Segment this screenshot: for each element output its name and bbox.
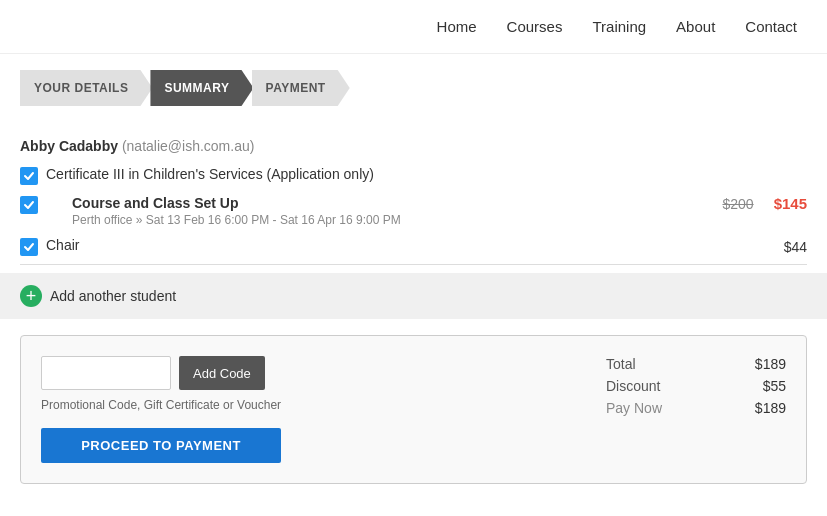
- add-student-label[interactable]: Add another student: [50, 288, 176, 304]
- course-setup-name: Course and Class Set Up: [72, 195, 401, 211]
- main-content: Abby Cadabby (natalie@ish.com.au) Certif…: [0, 122, 827, 500]
- discount-row: Discount $55: [606, 378, 786, 394]
- item-course-setup: Course and Class Set Up Perth office » S…: [20, 195, 807, 227]
- step-summary: SUMMARY: [150, 70, 253, 106]
- course-setup-prices: $200 $145: [722, 195, 807, 212]
- discount-label: Discount: [606, 378, 660, 394]
- proceed-to-payment-button[interactable]: PROCEED TO PAYMENT: [41, 428, 281, 463]
- promo-input[interactable]: [41, 356, 171, 390]
- totals-section: Total $189 Discount $55 Pay Now $189: [606, 356, 786, 422]
- chair-label: Chair: [46, 237, 79, 253]
- discount-value: $55: [763, 378, 786, 394]
- student-name: Abby Cadabby (natalie@ish.com.au): [20, 138, 807, 154]
- price-discounted: $145: [774, 195, 807, 212]
- item-cert3: Certificate III in Children's Services (…: [20, 166, 807, 185]
- step-payment: PAYMENT: [252, 70, 350, 106]
- step-your-details: YOUR DETAILS: [20, 70, 152, 106]
- chair-price: $44: [784, 239, 807, 255]
- nav-home[interactable]: Home: [437, 18, 477, 35]
- pay-now-row: Pay Now $189: [606, 400, 786, 416]
- course-setup-date: Perth office » Sat 13 Feb 16 6:00 PM - S…: [72, 213, 401, 227]
- promo-section: Add Code Promotional Code, Gift Certific…: [41, 356, 281, 463]
- nav-courses[interactable]: Courses: [507, 18, 563, 35]
- steps-progress: YOUR DETAILS SUMMARY PAYMENT: [0, 54, 827, 122]
- nav-about[interactable]: About: [676, 18, 715, 35]
- checkbox-course-setup[interactable]: [20, 196, 38, 214]
- checkbox-chair[interactable]: [20, 238, 38, 256]
- navigation: Home Courses Training About Contact: [0, 0, 827, 54]
- nav-contact[interactable]: Contact: [745, 18, 797, 35]
- item-chair: Chair: [20, 237, 79, 256]
- add-student-section: + Add another student: [0, 273, 827, 319]
- promo-description: Promotional Code, Gift Certificate or Vo…: [41, 398, 281, 412]
- total-row: Total $189: [606, 356, 786, 372]
- total-value: $189: [755, 356, 786, 372]
- cert3-app-only: (Application only): [267, 166, 374, 182]
- checkout-box: Add Code Promotional Code, Gift Certific…: [20, 335, 807, 484]
- promo-row: Add Code: [41, 356, 281, 390]
- add-code-button[interactable]: Add Code: [179, 356, 265, 390]
- price-original: $200: [722, 196, 753, 212]
- cert3-label: Certificate III in Children's Services: [46, 166, 263, 182]
- checkbox-cert3[interactable]: [20, 167, 38, 185]
- add-student-icon[interactable]: +: [20, 285, 42, 307]
- divider: [20, 264, 807, 265]
- item-chair-row: Chair $44: [20, 237, 807, 256]
- pay-now-value: $189: [755, 400, 786, 416]
- pay-now-label: Pay Now: [606, 400, 662, 416]
- total-label: Total: [606, 356, 636, 372]
- nav-training[interactable]: Training: [592, 18, 646, 35]
